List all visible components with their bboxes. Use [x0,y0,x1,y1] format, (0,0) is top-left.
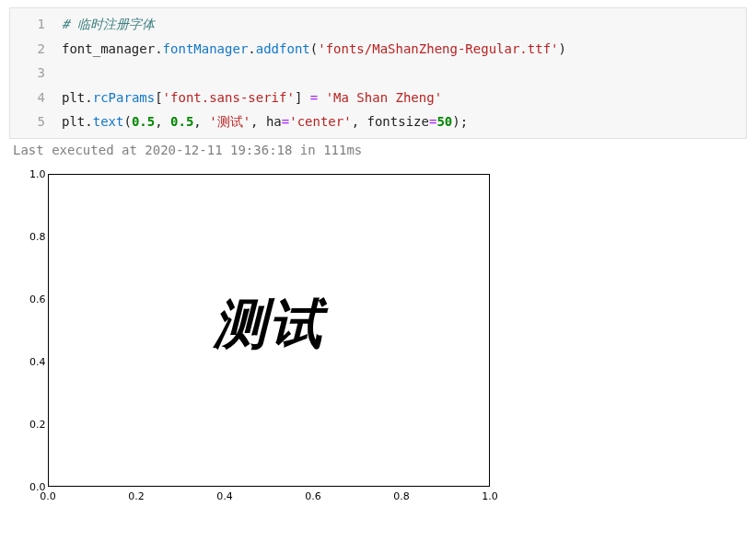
plot-output: 测试 0.0 0.2 0.4 0.6 0.8 1.0 0.0 0.2 0.4 0… [11,167,503,516]
y-tick-label: 1.0 [29,167,46,179]
y-tick-label: 0.4 [29,355,46,367]
x-tick-label: 0.0 [40,490,56,502]
line-number: 4 [10,86,62,110]
code-cell[interactable]: 1 # 临时注册字体 2 font_manager.fontManager.ad… [9,7,747,139]
code-line[interactable]: 2 font_manager.fontManager.addfont('font… [10,37,746,62]
plot-axes: 测试 [48,174,490,487]
code-line[interactable]: 3 [10,61,746,86]
code-content: font_manager.fontManager.addfont('fonts/… [62,37,566,62]
line-number: 2 [10,37,62,62]
x-tick-label: 1.0 [482,490,498,502]
x-tick-label: 0.8 [393,490,410,502]
code-content: plt.rcParams['font.sans-serif'] = 'Ma Sh… [62,86,442,110]
y-tick-label: 0.6 [29,293,46,305]
code-content: # 临时注册字体 [62,12,155,37]
execution-status: Last executed at 2020-12-11 19:36:18 in … [13,143,747,157]
x-tick-label: 0.4 [216,490,233,502]
code-content: plt.text(0.5, 0.5, '测试', ha='center', fo… [62,109,468,134]
x-tick-label: 0.2 [128,490,145,502]
code-line[interactable]: 5 plt.text(0.5, 0.5, '测试', ha='center', … [10,109,746,134]
line-number: 1 [10,12,62,37]
x-tick-label: 0.6 [305,490,321,502]
line-number: 3 [10,61,62,86]
code-line[interactable]: 4 plt.rcParams['font.sans-serif'] = 'Ma … [10,86,746,110]
code-line[interactable]: 1 # 临时注册字体 [10,12,746,37]
comment: # 临时注册字体 [62,17,155,31]
y-tick-label: 0.8 [29,230,46,242]
plot-text-annotation: 测试 [214,289,324,361]
y-tick-label: 0.2 [29,418,46,430]
line-number: 5 [10,109,62,134]
